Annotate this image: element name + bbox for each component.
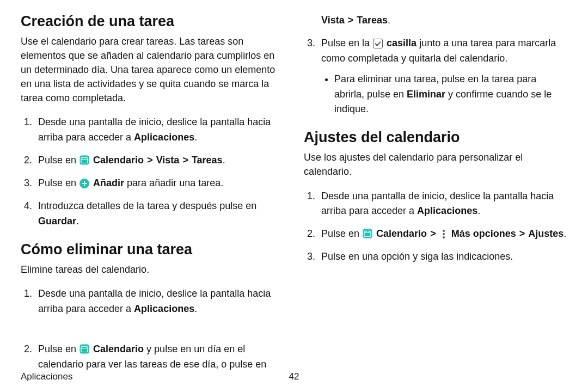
bold-text: Más opciones — [451, 228, 516, 239]
step-text: . — [223, 155, 225, 166]
bold-text: Aplicaciones — [134, 132, 194, 143]
calendar-icon — [79, 344, 89, 354]
bold-text: casilla — [387, 38, 416, 48]
document-page: Creación de una tarea Use el calendario … — [0, 0, 588, 392]
steps-calendar-settings: Desde una pantalla de inicio, deslice la… — [304, 189, 567, 265]
step-text: para añadir una tarea. — [124, 177, 223, 188]
page-number: 42 — [289, 371, 299, 382]
bold-text: Aplicaciones — [134, 303, 194, 314]
step-text: Introduzca detalles de la tarea y despué… — [38, 200, 256, 211]
lead-delete-task: Elimine tareas del calendario. — [21, 262, 284, 277]
step-text: . — [194, 303, 197, 314]
chevron-icon: > — [182, 155, 189, 166]
bold-text: Aplicaciones — [417, 205, 477, 216]
list-item: Desde una pantalla de inicio, deslice la… — [35, 115, 284, 145]
step-text: . — [564, 228, 566, 239]
step-text: . — [477, 205, 480, 216]
chevron-icon: > — [146, 155, 154, 166]
calendar-icon — [363, 229, 372, 238]
bold-text: Vista — [156, 155, 180, 166]
sub-bullets: Para eliminar una tarea, pulse en la tar… — [321, 72, 567, 118]
bold-text: Calendario — [93, 155, 144, 166]
step-text: . — [76, 216, 79, 226]
heading-calendar-settings: Ajustes del calendario — [304, 129, 567, 146]
list-item: Desde una pantalla de inicio, deslice la… — [318, 189, 567, 219]
step-text: Pulse en la — [321, 38, 372, 48]
list-item: Desde una pantalla de inicio, deslice la… — [35, 286, 284, 334]
step-text: . — [388, 15, 390, 26]
checkbox-icon — [373, 39, 383, 48]
bold-text: Ajustes — [528, 228, 564, 239]
list-item: Pulse en una opción y siga las indicacio… — [318, 249, 567, 265]
bold-text: Guardar — [38, 216, 76, 226]
bold-text: Vista — [321, 15, 345, 26]
footer-section-label: Aplicaciones — [21, 371, 72, 382]
page-footer: Aplicaciones 42 — [21, 371, 567, 382]
bold-text: Tareas — [357, 15, 388, 26]
step-text: Pulse en — [38, 155, 79, 166]
chevron-icon: > — [347, 15, 354, 26]
list-item: Pulse en Calendario > Vista > Tareas. — [35, 153, 284, 168]
calendar-icon — [79, 155, 89, 165]
steps-create-task: Desde una pantalla de inicio, deslice la… — [21, 115, 284, 229]
more-options-icon — [440, 230, 448, 238]
heading-delete-task: Cómo eliminar una tarea — [21, 241, 284, 258]
list-item: Introduzca detalles de la tarea y despué… — [35, 199, 284, 229]
bold-text: Eliminar — [407, 89, 445, 100]
bold-text: Calendario — [376, 228, 427, 239]
list-item: Para eliminar una tarea, pulse en la tar… — [334, 72, 567, 118]
bold-text: Calendario — [93, 344, 144, 354]
lead-create-task: Use el calendario para crear tareas. Las… — [21, 34, 284, 105]
chevron-icon: > — [519, 228, 526, 239]
step-text: Pulse en — [321, 228, 362, 239]
step-text: . — [194, 132, 197, 143]
chevron-icon: > — [430, 228, 437, 239]
list-item: Pulse en la casilla junto a una tarea pa… — [318, 36, 567, 117]
list-item: Pulse en Añadir para añadir una tarea. — [35, 176, 284, 191]
step-text: Pulse en — [38, 344, 79, 354]
bold-text: Añadir — [93, 177, 124, 188]
heading-create-task: Creación de una tarea — [21, 13, 284, 30]
step-text: Pulse en — [38, 177, 79, 188]
add-icon — [79, 179, 89, 188]
bold-text: Tareas — [192, 155, 223, 166]
lead-calendar-settings: Use los ajustes del calendario para pers… — [304, 150, 567, 179]
list-item: Pulse en Calendario > Más opciones > Aju… — [318, 226, 567, 242]
step-text: Pulse en una opción y siga las indicacio… — [321, 251, 513, 262]
